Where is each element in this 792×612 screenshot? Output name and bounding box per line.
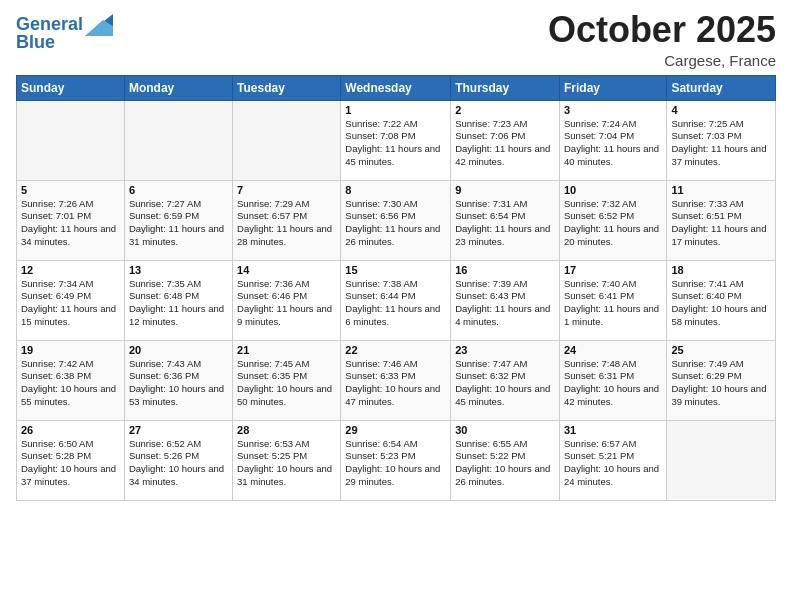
day-number: 26 xyxy=(21,424,120,436)
calendar-cell: 9Sunrise: 7:31 AM Sunset: 6:54 PM Daylig… xyxy=(451,180,560,260)
day-info: Sunrise: 7:30 AM Sunset: 6:56 PM Dayligh… xyxy=(345,198,446,249)
day-number: 4 xyxy=(671,104,771,116)
day-info: Sunrise: 7:33 AM Sunset: 6:51 PM Dayligh… xyxy=(671,198,771,249)
calendar-cell: 7Sunrise: 7:29 AM Sunset: 6:57 PM Daylig… xyxy=(233,180,341,260)
day-info: Sunrise: 6:55 AM Sunset: 5:22 PM Dayligh… xyxy=(455,438,555,489)
calendar-cell: 27Sunrise: 6:52 AM Sunset: 5:26 PM Dayli… xyxy=(124,420,232,500)
calendar-cell: 5Sunrise: 7:26 AM Sunset: 7:01 PM Daylig… xyxy=(17,180,125,260)
day-info: Sunrise: 7:46 AM Sunset: 6:33 PM Dayligh… xyxy=(345,358,446,409)
calendar-cell xyxy=(124,100,232,180)
day-info: Sunrise: 7:42 AM Sunset: 6:38 PM Dayligh… xyxy=(21,358,120,409)
day-number: 9 xyxy=(455,184,555,196)
day-info: Sunrise: 7:29 AM Sunset: 6:57 PM Dayligh… xyxy=(237,198,336,249)
day-number: 10 xyxy=(564,184,662,196)
day-number: 3 xyxy=(564,104,662,116)
calendar-cell: 12Sunrise: 7:34 AM Sunset: 6:49 PM Dayli… xyxy=(17,260,125,340)
day-number: 23 xyxy=(455,344,555,356)
location-title: Cargese, France xyxy=(548,52,776,69)
calendar-cell: 3Sunrise: 7:24 AM Sunset: 7:04 PM Daylig… xyxy=(559,100,666,180)
calendar-cell: 24Sunrise: 7:48 AM Sunset: 6:31 PM Dayli… xyxy=(559,340,666,420)
calendar-cell: 11Sunrise: 7:33 AM Sunset: 6:51 PM Dayli… xyxy=(667,180,776,260)
calendar-cell: 31Sunrise: 6:57 AM Sunset: 5:21 PM Dayli… xyxy=(559,420,666,500)
calendar-cell xyxy=(667,420,776,500)
day-info: Sunrise: 7:32 AM Sunset: 6:52 PM Dayligh… xyxy=(564,198,662,249)
day-info: Sunrise: 7:43 AM Sunset: 6:36 PM Dayligh… xyxy=(129,358,228,409)
day-number: 5 xyxy=(21,184,120,196)
week-row-4: 26Sunrise: 6:50 AM Sunset: 5:28 PM Dayli… xyxy=(17,420,776,500)
day-info: Sunrise: 7:23 AM Sunset: 7:06 PM Dayligh… xyxy=(455,118,555,169)
calendar-cell: 22Sunrise: 7:46 AM Sunset: 6:33 PM Dayli… xyxy=(341,340,451,420)
week-row-2: 12Sunrise: 7:34 AM Sunset: 6:49 PM Dayli… xyxy=(17,260,776,340)
day-number: 24 xyxy=(564,344,662,356)
header: General Blue October 2025 Cargese, Franc… xyxy=(16,10,776,69)
day-number: 29 xyxy=(345,424,446,436)
week-row-1: 5Sunrise: 7:26 AM Sunset: 7:01 PM Daylig… xyxy=(17,180,776,260)
weekday-header-friday: Friday xyxy=(559,75,666,100)
day-number: 15 xyxy=(345,264,446,276)
day-number: 7 xyxy=(237,184,336,196)
calendar-cell: 19Sunrise: 7:42 AM Sunset: 6:38 PM Dayli… xyxy=(17,340,125,420)
day-number: 2 xyxy=(455,104,555,116)
day-info: Sunrise: 6:50 AM Sunset: 5:28 PM Dayligh… xyxy=(21,438,120,489)
calendar-cell: 17Sunrise: 7:40 AM Sunset: 6:41 PM Dayli… xyxy=(559,260,666,340)
day-info: Sunrise: 7:24 AM Sunset: 7:04 PM Dayligh… xyxy=(564,118,662,169)
day-info: Sunrise: 7:26 AM Sunset: 7:01 PM Dayligh… xyxy=(21,198,120,249)
calendar-cell: 2Sunrise: 7:23 AM Sunset: 7:06 PM Daylig… xyxy=(451,100,560,180)
day-info: Sunrise: 7:47 AM Sunset: 6:32 PM Dayligh… xyxy=(455,358,555,409)
logo: General Blue xyxy=(16,14,113,53)
weekday-header-tuesday: Tuesday xyxy=(233,75,341,100)
weekday-header-wednesday: Wednesday xyxy=(341,75,451,100)
calendar-cell xyxy=(17,100,125,180)
day-info: Sunrise: 7:45 AM Sunset: 6:35 PM Dayligh… xyxy=(237,358,336,409)
calendar-cell xyxy=(233,100,341,180)
weekday-header-saturday: Saturday xyxy=(667,75,776,100)
day-info: Sunrise: 6:52 AM Sunset: 5:26 PM Dayligh… xyxy=(129,438,228,489)
day-number: 8 xyxy=(345,184,446,196)
weekday-header-sunday: Sunday xyxy=(17,75,125,100)
day-info: Sunrise: 7:31 AM Sunset: 6:54 PM Dayligh… xyxy=(455,198,555,249)
calendar-cell: 20Sunrise: 7:43 AM Sunset: 6:36 PM Dayli… xyxy=(124,340,232,420)
calendar-cell: 1Sunrise: 7:22 AM Sunset: 7:08 PM Daylig… xyxy=(341,100,451,180)
day-info: Sunrise: 7:35 AM Sunset: 6:48 PM Dayligh… xyxy=(129,278,228,329)
day-info: Sunrise: 7:22 AM Sunset: 7:08 PM Dayligh… xyxy=(345,118,446,169)
day-number: 25 xyxy=(671,344,771,356)
day-number: 1 xyxy=(345,104,446,116)
day-number: 19 xyxy=(21,344,120,356)
day-number: 17 xyxy=(564,264,662,276)
day-number: 18 xyxy=(671,264,771,276)
calendar-cell: 4Sunrise: 7:25 AM Sunset: 7:03 PM Daylig… xyxy=(667,100,776,180)
calendar-cell: 25Sunrise: 7:49 AM Sunset: 6:29 PM Dayli… xyxy=(667,340,776,420)
day-number: 6 xyxy=(129,184,228,196)
day-info: Sunrise: 7:36 AM Sunset: 6:46 PM Dayligh… xyxy=(237,278,336,329)
day-info: Sunrise: 7:27 AM Sunset: 6:59 PM Dayligh… xyxy=(129,198,228,249)
day-info: Sunrise: 7:40 AM Sunset: 6:41 PM Dayligh… xyxy=(564,278,662,329)
calendar-cell: 23Sunrise: 7:47 AM Sunset: 6:32 PM Dayli… xyxy=(451,340,560,420)
weekday-header-thursday: Thursday xyxy=(451,75,560,100)
calendar-cell: 16Sunrise: 7:39 AM Sunset: 6:43 PM Dayli… xyxy=(451,260,560,340)
weekday-header-row: SundayMondayTuesdayWednesdayThursdayFrid… xyxy=(17,75,776,100)
day-number: 22 xyxy=(345,344,446,356)
calendar-cell: 10Sunrise: 7:32 AM Sunset: 6:52 PM Dayli… xyxy=(559,180,666,260)
day-info: Sunrise: 7:39 AM Sunset: 6:43 PM Dayligh… xyxy=(455,278,555,329)
logo-icon xyxy=(85,14,113,36)
day-number: 20 xyxy=(129,344,228,356)
day-info: Sunrise: 6:53 AM Sunset: 5:25 PM Dayligh… xyxy=(237,438,336,489)
day-number: 11 xyxy=(671,184,771,196)
day-number: 14 xyxy=(237,264,336,276)
calendar-body: 1Sunrise: 7:22 AM Sunset: 7:08 PM Daylig… xyxy=(17,100,776,500)
day-info: Sunrise: 7:48 AM Sunset: 6:31 PM Dayligh… xyxy=(564,358,662,409)
day-number: 21 xyxy=(237,344,336,356)
day-number: 12 xyxy=(21,264,120,276)
calendar-cell: 28Sunrise: 6:53 AM Sunset: 5:25 PM Dayli… xyxy=(233,420,341,500)
day-number: 27 xyxy=(129,424,228,436)
day-info: Sunrise: 6:57 AM Sunset: 5:21 PM Dayligh… xyxy=(564,438,662,489)
day-info: Sunrise: 7:41 AM Sunset: 6:40 PM Dayligh… xyxy=(671,278,771,329)
calendar-cell: 6Sunrise: 7:27 AM Sunset: 6:59 PM Daylig… xyxy=(124,180,232,260)
day-number: 31 xyxy=(564,424,662,436)
calendar-cell: 26Sunrise: 6:50 AM Sunset: 5:28 PM Dayli… xyxy=(17,420,125,500)
calendar-cell: 30Sunrise: 6:55 AM Sunset: 5:22 PM Dayli… xyxy=(451,420,560,500)
day-info: Sunrise: 7:25 AM Sunset: 7:03 PM Dayligh… xyxy=(671,118,771,169)
calendar-cell: 18Sunrise: 7:41 AM Sunset: 6:40 PM Dayli… xyxy=(667,260,776,340)
day-number: 13 xyxy=(129,264,228,276)
week-row-3: 19Sunrise: 7:42 AM Sunset: 6:38 PM Dayli… xyxy=(17,340,776,420)
